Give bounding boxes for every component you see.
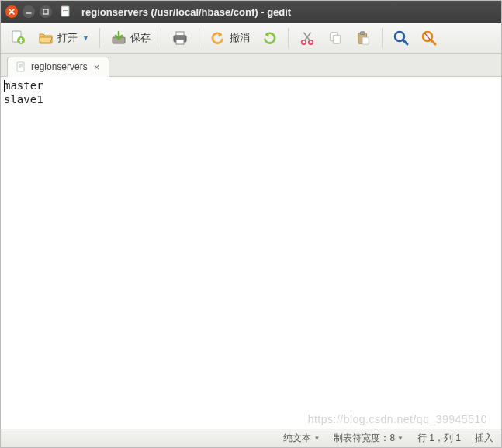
tab-width-selector[interactable]: 制表符宽度：8 ▼	[334, 432, 403, 445]
window-title: regionservers (/usr/local/hbase/conf) - …	[81, 6, 291, 18]
find-replace-button[interactable]	[417, 26, 441, 50]
document-tab[interactable]: regionservers ×	[7, 57, 109, 77]
app-icon	[60, 5, 72, 18]
maximize-icon	[43, 9, 49, 15]
save-label: 保存	[130, 31, 151, 45]
cut-button[interactable]	[295, 26, 320, 50]
undo-icon	[209, 30, 227, 47]
svg-rect-16	[360, 31, 364, 34]
editor-content: master slave1	[4, 79, 43, 106]
document-icon	[16, 61, 26, 72]
cursor-position-label: 行 1，列 1	[417, 432, 461, 445]
undo-label: 撤消	[230, 31, 250, 45]
open-folder-icon	[37, 30, 54, 47]
chevron-down-icon: ▼	[82, 34, 89, 42]
insert-mode-label: 插入	[475, 432, 493, 445]
main-toolbar: 打开 ▼ 保存 撤消	[1, 23, 501, 54]
svg-rect-14	[333, 35, 340, 43]
chevron-down-icon: ▼	[397, 435, 403, 442]
cursor-position: 行 1，列 1	[417, 432, 461, 445]
open-button[interactable]: 打开 ▼	[33, 26, 93, 50]
find-replace-icon	[421, 30, 438, 47]
syntax-mode-selector[interactable]: 纯文本 ▼	[283, 432, 320, 445]
status-bar: 纯文本 ▼ 制表符宽度：8 ▼ 行 1，列 1 插入	[1, 429, 501, 447]
tab-close-button[interactable]: ×	[92, 61, 102, 73]
new-file-icon	[9, 30, 26, 47]
text-editor-area[interactable]: master slave1	[1, 77, 501, 429]
new-file-button[interactable]	[5, 26, 30, 50]
copy-button[interactable]	[323, 26, 348, 50]
window-close-button[interactable]	[5, 5, 18, 18]
find-button[interactable]	[389, 26, 414, 50]
window-maximize-button[interactable]	[40, 5, 52, 18]
redo-button[interactable]	[257, 26, 282, 50]
toolbar-separator	[161, 28, 161, 48]
toolbar-separator	[382, 28, 383, 48]
svg-rect-20	[17, 62, 24, 71]
svg-rect-10	[176, 40, 184, 44]
search-icon	[393, 30, 410, 47]
svg-rect-0	[43, 9, 48, 14]
document-tab-bar: regionservers ×	[1, 54, 501, 77]
toolbar-separator	[99, 28, 100, 48]
insert-mode[interactable]: 插入	[475, 432, 493, 445]
svg-rect-8	[176, 32, 184, 36]
tab-label: regionservers	[31, 61, 88, 72]
window-titlebar: regionservers (/usr/local/hbase/conf) - …	[1, 1, 501, 23]
print-icon	[171, 30, 189, 47]
open-label: 打开	[57, 31, 78, 45]
paste-button[interactable]	[351, 26, 376, 50]
svg-rect-1	[61, 6, 69, 16]
redo-icon	[261, 30, 278, 47]
svg-rect-2	[63, 9, 68, 9]
tab-width-label: 制表符宽度：8	[334, 432, 395, 445]
toolbar-separator	[199, 28, 199, 48]
save-icon	[110, 30, 127, 47]
minimize-icon	[26, 9, 32, 15]
svg-rect-17	[362, 37, 369, 44]
close-icon	[9, 9, 15, 15]
copy-icon	[327, 30, 344, 47]
toolbar-separator	[288, 28, 289, 48]
svg-rect-4	[63, 12, 66, 12]
undo-button[interactable]: 撤消	[206, 26, 254, 50]
cut-icon	[299, 30, 316, 47]
syntax-mode-label: 纯文本	[283, 432, 311, 445]
paste-icon	[355, 30, 372, 47]
save-button[interactable]: 保存	[106, 26, 154, 50]
svg-rect-3	[63, 10, 68, 11]
chevron-down-icon: ▼	[313, 435, 320, 442]
print-button[interactable]	[168, 26, 192, 50]
window-minimize-button[interactable]	[23, 5, 35, 18]
